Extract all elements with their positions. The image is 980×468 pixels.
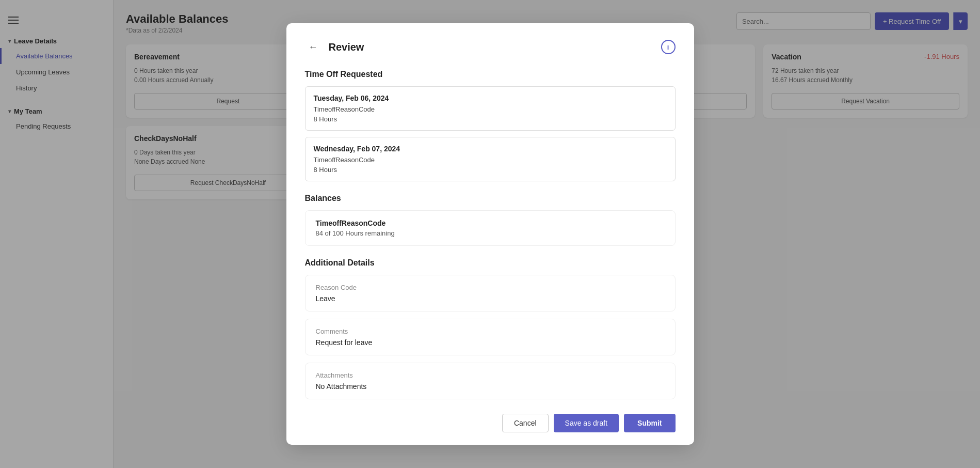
entry-date: Wednesday, Feb 07, 2024 <box>314 145 667 153</box>
attachments-value: No Attachments <box>316 382 665 391</box>
entry-date: Tuesday, Feb 06, 2024 <box>314 94 667 102</box>
comments-section: Comments Request for leave <box>305 319 676 355</box>
modal-header: ← Review i <box>305 39 676 55</box>
balances-section: Balances TimeoffReasonCode 84 of 100 Hou… <box>305 194 676 246</box>
modal-title: Review <box>329 41 364 53</box>
submit-button[interactable]: Submit <box>624 414 675 432</box>
back-button[interactable]: ← <box>305 39 322 55</box>
modal-footer: Cancel Save as draft Submit <box>305 414 676 432</box>
attachments-label: Attachments <box>316 371 665 379</box>
entry-hours: 8 Hours <box>314 115 667 123</box>
additional-section: Additional Details Reason Code Leave Com… <box>305 258 676 399</box>
time-off-section: Time Off Requested Tuesday, Feb 06, 2024… <box>305 70 676 181</box>
entry-code: TimeoffReasonCode <box>314 105 667 113</box>
balance-name: TimeoffReasonCode <box>316 219 665 227</box>
timeoff-entry-2: Wednesday, Feb 07, 2024 TimeoffReasonCod… <box>305 137 676 181</box>
info-icon[interactable]: i <box>661 40 676 54</box>
modal-header-left: ← Review <box>305 39 364 55</box>
additional-section-label: Additional Details <box>305 258 676 268</box>
entry-code: TimeoffReasonCode <box>314 156 667 164</box>
modal-overlay[interactable]: ← Review i Time Off Requested Tuesday, F… <box>0 0 980 468</box>
timeoff-entry-1: Tuesday, Feb 06, 2024 TimeoffReasonCode … <box>305 86 676 131</box>
comments-label: Comments <box>316 327 665 335</box>
reason-code-label: Reason Code <box>316 284 665 291</box>
balance-remaining: 84 of 100 Hours remaining <box>316 229 665 237</box>
review-modal: ← Review i Time Off Requested Tuesday, F… <box>286 23 694 445</box>
reason-code-section: Reason Code Leave <box>305 275 676 311</box>
save-as-draft-button[interactable]: Save as draft <box>554 414 619 432</box>
entry-hours: 8 Hours <box>314 166 667 174</box>
comments-value: Request for leave <box>316 338 665 347</box>
balance-card: TimeoffReasonCode 84 of 100 Hours remain… <box>305 210 676 246</box>
attachments-section: Attachments No Attachments <box>305 363 676 399</box>
balances-section-label: Balances <box>305 194 676 203</box>
reason-code-value: Leave <box>316 294 665 303</box>
time-off-section-label: Time Off Requested <box>305 70 676 79</box>
back-icon: ← <box>309 42 318 53</box>
cancel-button[interactable]: Cancel <box>502 414 549 432</box>
